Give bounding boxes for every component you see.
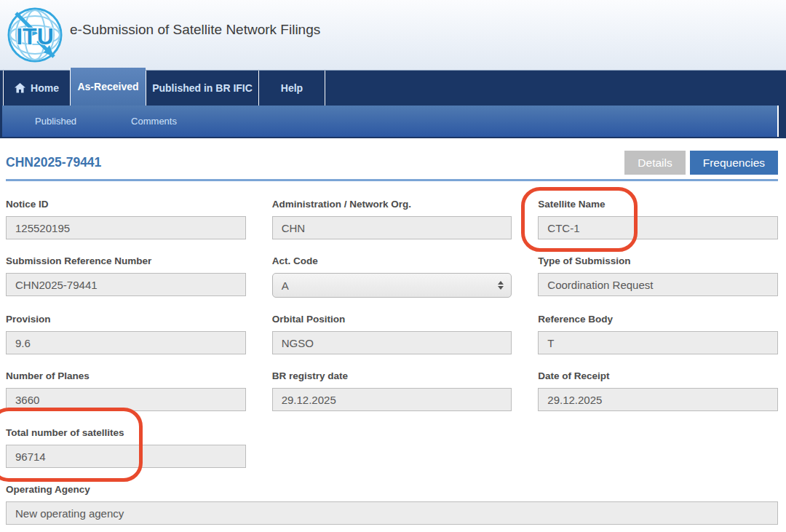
field-label: Provision bbox=[6, 314, 246, 325]
field-number-of-planes: Number of Planes bbox=[6, 370, 246, 411]
administration-input[interactable] bbox=[272, 216, 512, 239]
field-label: Orbital Position bbox=[272, 314, 512, 325]
field-reference-body: Reference Body bbox=[538, 314, 778, 354]
subnav-item-comments[interactable]: Comments bbox=[131, 116, 177, 127]
field-br-registry-date: BR registry date bbox=[272, 370, 512, 411]
act-code-value: A bbox=[282, 279, 289, 292]
br-registry-date-input[interactable] bbox=[272, 388, 512, 411]
orbital-position-input[interactable] bbox=[272, 331, 512, 354]
field-date-of-receipt: Date of Receipt bbox=[538, 370, 778, 411]
notice-id-input[interactable] bbox=[6, 216, 246, 239]
tab-label: Help bbox=[281, 82, 303, 94]
sub-nav: Published Comments bbox=[0, 106, 786, 138]
satellite-name-input[interactable] bbox=[538, 216, 778, 239]
form-row: Provision Orbital Position Reference Bod… bbox=[6, 314, 778, 354]
field-label: Number of Planes bbox=[6, 370, 246, 381]
total-satellites-input[interactable] bbox=[6, 445, 246, 468]
nav-tabs: Home As-Received Published in BR IFIC He… bbox=[0, 71, 786, 106]
field-label: Total number of satellites bbox=[6, 427, 246, 438]
number-of-planes-input[interactable] bbox=[6, 388, 246, 411]
field-label: Notice ID bbox=[6, 199, 246, 210]
field-label: Act. Code bbox=[272, 255, 512, 266]
main-nav: Home As-Received Published in BR IFIC He… bbox=[0, 71, 786, 106]
tab-help[interactable]: Help bbox=[258, 71, 325, 106]
field-act-code: Act. Code A bbox=[272, 255, 512, 298]
field-notice-id: Notice ID bbox=[6, 199, 246, 239]
field-label: Administration / Network Org. bbox=[272, 199, 512, 210]
select-arrows-icon bbox=[498, 281, 504, 290]
provision-input[interactable] bbox=[6, 331, 246, 354]
form-row: Submission Reference Number Act. Code A … bbox=[6, 255, 778, 298]
tab-home[interactable]: Home bbox=[3, 71, 70, 106]
tab-label: Published in BR IFIC bbox=[152, 82, 253, 94]
app-title: e-Submission of Satellite Network Filing… bbox=[70, 22, 320, 38]
field-satellite-name: Satellite Name bbox=[538, 199, 778, 239]
form-row: Number of Planes BR registry date Date o… bbox=[6, 370, 778, 411]
content: CHN2025-79441 Details Frequencies Notice… bbox=[0, 151, 786, 525]
act-code-select[interactable]: A bbox=[272, 273, 512, 298]
home-icon bbox=[15, 83, 25, 93]
field-orbital-position: Orbital Position bbox=[272, 314, 512, 354]
field-administration: Administration / Network Org. bbox=[272, 199, 512, 239]
app-window: ITU e-Submission of Satellite Network Fi… bbox=[0, 0, 786, 532]
subnav-item-published[interactable]: Published bbox=[35, 116, 76, 127]
field-operating-agency: Operating Agency bbox=[6, 484, 778, 525]
field-label: Type of Submission bbox=[538, 255, 778, 266]
tab-label: Home bbox=[31, 82, 59, 94]
tab-label: As-Received bbox=[77, 81, 138, 92]
itu-logo: ITU bbox=[6, 6, 64, 64]
form-row: Total number of satellites bbox=[6, 427, 778, 468]
details-button[interactable]: Details bbox=[624, 151, 685, 175]
type-of-submission-input[interactable] bbox=[538, 273, 778, 296]
operating-agency-input[interactable] bbox=[6, 501, 778, 525]
reference-body-input[interactable] bbox=[538, 331, 778, 354]
field-label: Date of Receipt bbox=[538, 370, 778, 381]
field-submission-reference: Submission Reference Number bbox=[6, 255, 246, 298]
title-separator bbox=[6, 179, 778, 181]
frequencies-button[interactable]: Frequencies bbox=[690, 151, 778, 175]
action-buttons: Details Frequencies bbox=[624, 151, 778, 175]
tab-as-received[interactable]: As-Received bbox=[70, 68, 146, 106]
form-row: Notice ID Administration / Network Org. … bbox=[6, 199, 778, 239]
field-type-of-submission: Type of Submission bbox=[538, 255, 778, 298]
tab-published-in-br-ific[interactable]: Published in BR IFIC bbox=[146, 71, 258, 106]
field-label: Satellite Name bbox=[538, 199, 778, 210]
form-row: Operating Agency bbox=[6, 484, 778, 525]
field-label: BR registry date bbox=[272, 370, 512, 381]
field-label: Submission Reference Number bbox=[6, 255, 246, 266]
app-header: ITU e-Submission of Satellite Network Fi… bbox=[0, 0, 786, 71]
field-provision: Provision bbox=[6, 314, 246, 354]
svg-text:ITU: ITU bbox=[16, 23, 54, 49]
field-total-satellites: Total number of satellites bbox=[6, 427, 246, 468]
date-of-receipt-input[interactable] bbox=[538, 388, 778, 411]
submission-reference-input[interactable] bbox=[6, 273, 246, 296]
field-label: Reference Body bbox=[538, 314, 778, 325]
sub-nav-panel: Published Comments bbox=[2, 106, 779, 137]
field-label: Operating Agency bbox=[6, 484, 778, 495]
title-row: CHN2025-79441 Details Frequencies bbox=[6, 151, 778, 175]
page-title: CHN2025-79441 bbox=[6, 155, 101, 170]
